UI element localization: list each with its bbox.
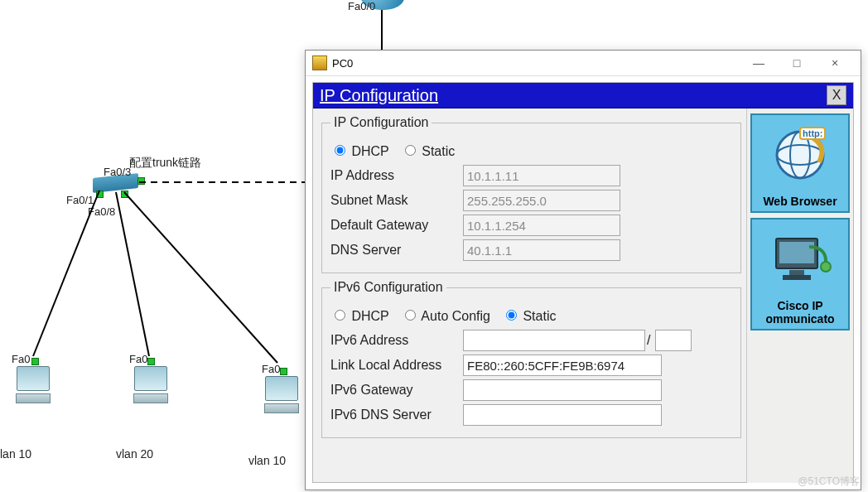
vlan-c-label: vlan 10 (248, 454, 286, 467)
dialog-inner: IP Configuration X IP Configuration DHCP (312, 82, 854, 483)
ipv6-auto-radio[interactable] (405, 310, 416, 321)
ip-address-label: IP Address (330, 168, 463, 183)
side-panel: http: Web Browser (746, 109, 853, 483)
web-browser-tile[interactable]: http: Web Browser (750, 113, 850, 213)
watermark: @51CTO博客 (798, 475, 860, 489)
port-dot (31, 358, 39, 365)
port-dot (280, 368, 287, 375)
link-router-switch (381, 10, 383, 50)
ipv4-group: IP Configuration DHCP Static IP Address (321, 115, 741, 273)
svg-line-1 (33, 191, 99, 356)
ipv4-dhcp-label: DHCP (351, 144, 388, 158)
dialog-titlebar[interactable]: PC0 — □ × (306, 51, 861, 76)
ipv6-dhcp-radio[interactable] (335, 310, 345, 321)
ipv6-group: IPv6 Configuration DHCP Auto Config S (321, 280, 741, 438)
default-gateway-label: Default Gateway (330, 218, 463, 233)
trunk-label: 配置trunk链路 (129, 156, 201, 171)
ipv4-static-radio[interactable] (405, 145, 416, 156)
cisco-ip-communicator-label: Cisco IP ommunicato (752, 299, 848, 326)
svg-rect-10 (789, 270, 804, 275)
dns-server-label: DNS Server (330, 243, 463, 258)
svg-line-3 (124, 192, 277, 363)
vlan-b-label: vlan 20 (116, 447, 153, 461)
maximize-button[interactable]: □ (778, 51, 816, 75)
panel-close-button[interactable]: X (827, 85, 846, 105)
ipv4-dhcp-radio[interactable] (335, 145, 345, 156)
dialog-title: PC0 (332, 57, 353, 70)
ipv6-address-field[interactable] (463, 330, 645, 351)
pc-a-icon (15, 366, 51, 404)
svg-line-2 (116, 192, 149, 356)
router-port-label: Fa0/0 (348, 0, 375, 12)
dialog-header: IP Configuration X (313, 83, 853, 109)
ipv6-address-label: IPv6 Address (330, 333, 463, 348)
ipv4-legend: IP Configuration (330, 115, 432, 130)
ipv6-prefix-sep: / (647, 333, 650, 348)
port-dot (147, 358, 155, 365)
ipv6-legend: IPv6 Configuration (330, 280, 446, 295)
dns-server-field[interactable] (463, 239, 620, 261)
ipv6-auto-label: Auto Config (421, 309, 490, 323)
minimize-button[interactable]: — (740, 51, 778, 75)
default-gateway-field[interactable] (463, 215, 620, 236)
switch-port-fa03: Fa0/3 (104, 166, 131, 178)
svg-point-12 (821, 262, 831, 272)
http-tag: http: (803, 128, 822, 138)
ipv6-dns-field[interactable] (463, 404, 662, 426)
ipv6-static-label: Static (523, 309, 556, 323)
pc-a-port: Fa0 (12, 353, 30, 365)
form-column: IP Configuration DHCP Static IP Address (313, 109, 746, 483)
ip-address-field[interactable] (463, 165, 620, 186)
app-icon (312, 55, 327, 70)
svg-rect-9 (779, 242, 814, 263)
globe-icon: http: (752, 115, 848, 195)
pc-b-port: Fa0 (129, 353, 147, 365)
ipv6-dhcp-option[interactable]: DHCP (330, 307, 389, 324)
pc-c-port: Fa0 (262, 363, 280, 375)
pc-c-icon (263, 376, 300, 414)
subnet-mask-label: Subnet Mask (330, 193, 463, 208)
close-button[interactable]: × (816, 51, 854, 75)
ipv6-gateway-label: IPv6 Gateway (330, 383, 463, 398)
vlan-a-label: lan 10 (0, 447, 31, 461)
dialog-header-text: IP Configuration (320, 86, 438, 105)
ipv6-dns-label: IPv6 DNS Server (330, 408, 463, 422)
lla-field[interactable] (463, 355, 662, 376)
monitor-headset-icon (752, 219, 848, 299)
ipv6-auto-option[interactable]: Auto Config (401, 307, 490, 324)
ipv6-gateway-field[interactable] (463, 379, 662, 401)
ipv6-prefix-field[interactable] (655, 330, 692, 351)
ipv6-static-option[interactable]: Static (502, 307, 556, 324)
ipv4-static-option[interactable]: Static (401, 142, 455, 159)
ipv4-dhcp-option[interactable]: DHCP (330, 142, 389, 159)
subnet-mask-field[interactable] (463, 190, 620, 211)
pc0-dialog: PC0 — □ × IP Configuration X IP Configur… (305, 50, 861, 490)
ipv6-dhcp-label: DHCP (351, 309, 388, 323)
cisco-ip-communicator-tile[interactable]: Cisco IP ommunicato (750, 218, 850, 330)
svg-rect-11 (783, 275, 811, 280)
pc-b-icon (133, 366, 169, 404)
lla-label: Link Local Address (330, 358, 463, 373)
web-browser-label: Web Browser (752, 195, 848, 208)
ipv4-static-label: Static (422, 144, 455, 158)
ipv6-static-radio[interactable] (506, 310, 517, 321)
